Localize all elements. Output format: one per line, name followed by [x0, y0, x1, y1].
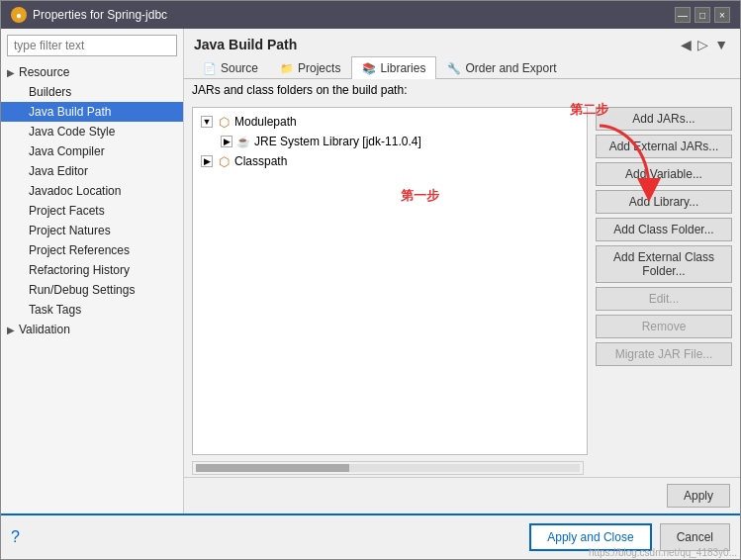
modulepath-label: Modulepath [234, 115, 297, 129]
sidebar-item-builders[interactable]: Builders [1, 82, 183, 102]
filter-input[interactable] [7, 35, 177, 56]
title-bar: ● Properties for Spring-jdbc — □ × [1, 1, 740, 29]
add-library-button[interactable]: Add Library... [596, 190, 732, 214]
sidebar-item-refactoring-history[interactable]: Refactoring History [1, 260, 183, 280]
order-tab-icon: 🔧 [447, 62, 461, 75]
build-tree: ▼ ⬡ Modulepath ▶ ☕ [193, 108, 587, 175]
left-panel: ▶ Resource Builders Java Build Path Java… [1, 29, 184, 513]
help-icon[interactable]: ? [11, 528, 20, 546]
action-buttons: Add JARs... Add External JARs... Add Var… [592, 101, 740, 477]
sidebar-item-run-debug[interactable]: Run/Debug Settings [1, 280, 183, 300]
tab-libraries-label: Libraries [380, 61, 425, 75]
sidebar-item-validation[interactable]: ▶ Validation [1, 320, 183, 339]
modulepath-icon: ⬡ [216, 114, 232, 130]
jre-label: JRE System Library [jdk-11.0.4] [254, 135, 421, 148]
step1-annotation: 第一步 [401, 187, 439, 205]
tab-libraries[interactable]: 📚 Libraries [351, 56, 436, 79]
remove-button[interactable]: Remove [596, 315, 732, 338]
migrate-jar-button[interactable]: Migrate JAR File... [596, 342, 732, 366]
add-external-jars-button[interactable]: Add External JARs... [596, 135, 732, 158]
tab-projects-label: Projects [298, 61, 340, 75]
scrollbar-thumb [196, 464, 349, 472]
sidebar-item-project-facets[interactable]: Project Facets [1, 201, 183, 221]
sidebar-item-project-references[interactable]: Project References [1, 240, 183, 260]
tab-projects[interactable]: 📁 Projects [269, 56, 351, 79]
panel-title: Java Build Path [194, 37, 297, 52]
forward-arrow[interactable]: ▷ [695, 37, 710, 52]
projects-tab-icon: 📁 [280, 62, 294, 75]
sidebar-item-java-build-path[interactable]: Java Build Path [1, 102, 183, 122]
sidebar-item-java-compiler[interactable]: Java Compiler [1, 141, 183, 161]
sidebar-item-project-natures[interactable]: Project Natures [1, 221, 183, 240]
bottom-bar: Apply [184, 477, 740, 513]
classpath-item[interactable]: ▶ ⬡ Classpath [197, 151, 583, 171]
expand-arrow-validation: ▶ [7, 325, 15, 335]
edit-button[interactable]: Edit... [596, 287, 732, 311]
classpath-label: Classpath [234, 154, 287, 168]
modulepath-item[interactable]: ▼ ⬡ Modulepath [197, 112, 583, 132]
dialog-title: Properties for Spring-jdbc [33, 8, 167, 22]
add-jars-button[interactable]: Add JARs... [596, 107, 732, 131]
tab-source[interactable]: 📄 Source [192, 56, 269, 79]
dialog-body: ▶ Resource Builders Java Build Path Java… [1, 29, 740, 513]
jre-expand[interactable]: ▶ [221, 136, 232, 147]
right-header: Java Build Path ◀ ▷ ▼ [184, 29, 740, 56]
sidebar-item-javadoc[interactable]: Javadoc Location [1, 181, 183, 201]
apply-button[interactable]: Apply [667, 484, 730, 508]
add-variable-button[interactable]: Add Variable... [596, 162, 732, 186]
classpath-icon: ⬡ [216, 153, 232, 169]
title-bar-left: ● Properties for Spring-jdbc [11, 7, 167, 23]
horizontal-scrollbar[interactable] [192, 461, 584, 475]
scrollbar-track [196, 464, 580, 472]
tab-order-label: Order and Export [465, 61, 556, 75]
tab-order-export[interactable]: 🔧 Order and Export [436, 56, 567, 79]
content-area: ▼ ⬡ Modulepath ▶ ☕ [184, 101, 740, 477]
build-path-tree[interactable]: ▼ ⬡ Modulepath ▶ ☕ [192, 107, 588, 455]
path-description: JARs and class folders on the build path… [184, 79, 740, 101]
add-external-class-folder-button[interactable]: Add External Class Folder... [596, 245, 732, 283]
add-class-folder-button[interactable]: Add Class Folder... [596, 218, 732, 241]
nav-menu[interactable]: ▼ [712, 37, 730, 52]
libraries-tab-icon: 📚 [362, 62, 376, 75]
nav-arrows: ◀ ▷ ▼ [679, 37, 730, 52]
jre-item[interactable]: ▶ ☕ JRE System Library [jdk-11.0.4] [217, 132, 583, 151]
close-button[interactable]: × [714, 7, 730, 23]
source-tab-icon: 📄 [203, 62, 217, 75]
dialog-icon: ● [11, 7, 27, 23]
modulepath-expand[interactable]: ▼ [201, 116, 213, 128]
tab-source-label: Source [221, 61, 258, 75]
sidebar-item-resource[interactable]: ▶ Resource [1, 62, 183, 82]
properties-dialog: ● Properties for Spring-jdbc — □ × ▶ Res… [0, 0, 741, 560]
watermark: https://blog.csdn.net/qq_4183y0... [589, 547, 737, 558]
right-panel: Java Build Path ◀ ▷ ▼ 📄 Source 📁 Project… [184, 29, 740, 513]
maximize-button[interactable]: □ [695, 7, 710, 23]
minimize-button[interactable]: — [675, 7, 691, 23]
expand-arrow: ▶ [7, 67, 15, 78]
title-controls: — □ × [675, 7, 730, 23]
sidebar-item-java-code-style[interactable]: Java Code Style [1, 122, 183, 141]
sidebar-item-task-tags[interactable]: Task Tags [1, 300, 183, 320]
classpath-expand[interactable]: ▶ [201, 155, 213, 167]
tabs-bar: 📄 Source 📁 Projects 📚 Libraries 🔧 Order … [184, 56, 740, 79]
back-arrow[interactable]: ◀ [679, 37, 694, 52]
jre-icon: ☕ [235, 134, 251, 149]
sidebar-item-java-editor[interactable]: Java Editor [1, 161, 183, 181]
